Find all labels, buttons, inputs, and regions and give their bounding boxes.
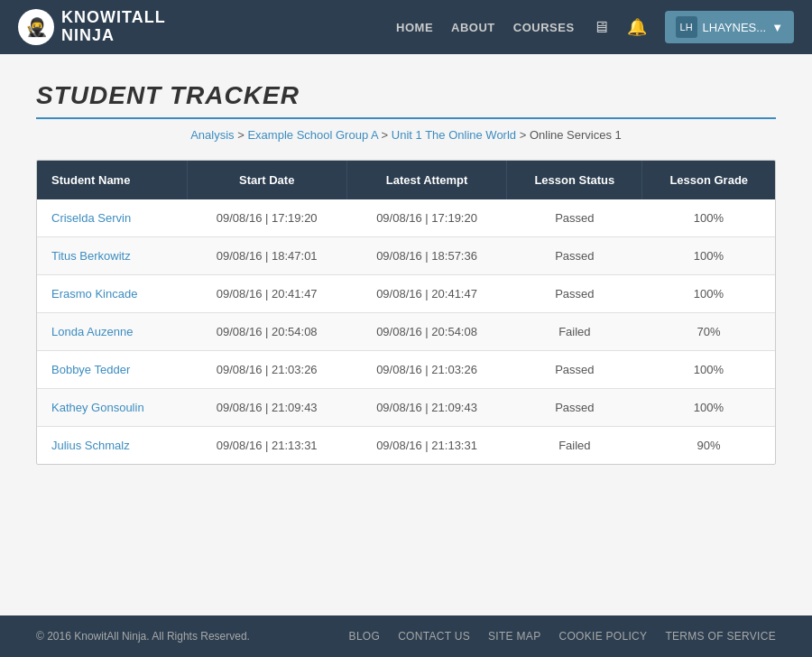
student-name-cell: Titus Berkowitz <box>37 237 187 275</box>
footer-copyright: © 2016 KnowitAll Ninja. All Rights Reser… <box>36 630 250 643</box>
chevron-down-icon: ▼ <box>771 21 783 34</box>
latest-attempt-cell: 09/08/16 | 20:41:47 <box>346 275 506 313</box>
student-name-link[interactable]: Titus Berkowitz <box>51 249 131 263</box>
student-name-link[interactable]: Bobbye Tedder <box>51 363 130 376</box>
monitor-icon: 🖥 <box>593 18 609 37</box>
footer-contact[interactable]: CONTACT US <box>398 630 470 643</box>
user-label: LHAYNES... <box>703 21 767 34</box>
footer-cookie[interactable]: COOKIE POLICY <box>558 630 647 643</box>
nav-home[interactable]: HOME <box>396 21 433 34</box>
footer: © 2016 KnowitAll Ninja. All Rights Reser… <box>0 615 812 657</box>
lesson-grade-cell: 100% <box>642 199 775 237</box>
start-date-cell: 09/08/16 | 21:13:31 <box>187 427 346 465</box>
start-date-cell: 09/08/16 | 17:19:20 <box>187 199 346 237</box>
start-date-cell: 09/08/16 | 18:47:01 <box>187 237 346 275</box>
student-name-cell: Kathey Gonsoulin <box>37 389 187 427</box>
footer-blog[interactable]: BLOG <box>349 630 381 643</box>
latest-attempt-cell: 09/08/16 | 21:03:26 <box>346 351 506 389</box>
footer-links: BLOG CONTACT US SITE MAP COOKIE POLICY T… <box>349 630 776 643</box>
navbar: 🥷 KNOWITALL NINJA HOME ABOUT COURSES 🖥 🔔… <box>0 0 812 54</box>
student-name-cell: Bobbye Tedder <box>37 351 187 389</box>
lesson-status-cell: Failed <box>507 427 642 465</box>
breadcrumb: Analysis > Example School Group A > Unit… <box>36 128 776 142</box>
latest-attempt-cell: 09/08/16 | 18:57:36 <box>346 237 506 275</box>
user-menu-button[interactable]: LH LHAYNES... ▼ <box>665 11 794 43</box>
student-name-cell: Criselda Servin <box>37 199 187 237</box>
nav-about[interactable]: ABOUT <box>451 21 495 34</box>
student-name-link[interactable]: Criselda Servin <box>51 211 131 225</box>
lesson-status-cell: Failed <box>507 313 642 351</box>
title-divider <box>36 117 776 119</box>
latest-attempt-cell: 09/08/16 | 21:09:43 <box>346 389 506 427</box>
student-name-link[interactable]: Londa Auzenne <box>51 325 133 338</box>
student-name-cell: Erasmo Kincade <box>37 275 187 313</box>
brand: 🥷 KNOWITALL NINJA <box>18 9 166 45</box>
table-header-row: Student Name Start Date Latest Attempt L… <box>37 161 775 199</box>
latest-attempt-cell: 09/08/16 | 20:54:08 <box>346 313 506 351</box>
lesson-grade-cell: 90% <box>642 427 775 465</box>
lesson-status-cell: Passed <box>507 275 642 313</box>
breadcrumb-sep-3: > <box>520 128 530 142</box>
student-name-cell: Julius Schmalz <box>37 427 187 465</box>
lesson-grade-cell: 100% <box>642 275 775 313</box>
lesson-status-cell: Passed <box>507 351 642 389</box>
latest-attempt-cell: 09/08/16 | 21:13:31 <box>346 427 506 465</box>
col-header-start-date: Start Date <box>187 161 346 199</box>
footer-terms[interactable]: TERMS OF SERVICE <box>665 630 776 643</box>
latest-attempt-cell: 09/08/16 | 17:19:20 <box>346 199 506 237</box>
table-row: Titus Berkowitz09/08/16 | 18:47:0109/08/… <box>37 237 775 275</box>
footer-sitemap[interactable]: SITE MAP <box>488 630 540 643</box>
breadcrumb-sep-2: > <box>382 128 392 142</box>
lesson-grade-cell: 100% <box>642 237 775 275</box>
student-name-link[interactable]: Julius Schmalz <box>51 439 130 452</box>
breadcrumb-unit[interactable]: Unit 1 The Online World <box>392 128 516 142</box>
student-name-cell: Londa Auzenne <box>37 313 187 351</box>
col-header-lesson-grade: Lesson Grade <box>642 161 775 199</box>
avatar: LH <box>676 16 697 38</box>
breadcrumb-sep-1: > <box>237 128 247 142</box>
lesson-grade-cell: 70% <box>642 313 775 351</box>
nav-links: HOME ABOUT COURSES 🖥 🔔 LH LHAYNES... ▼ <box>396 11 794 43</box>
student-name-link[interactable]: Kathey Gonsoulin <box>51 401 144 414</box>
student-name-link[interactable]: Erasmo Kincade <box>51 287 137 301</box>
breadcrumb-school-group[interactable]: Example School Group A <box>247 128 378 142</box>
student-table-container: Student Name Start Date Latest Attempt L… <box>36 160 776 465</box>
lesson-status-cell: Passed <box>507 199 642 237</box>
table-row: Londa Auzenne09/08/16 | 20:54:0809/08/16… <box>37 313 775 351</box>
col-header-latest-attempt: Latest Attempt <box>346 161 506 199</box>
lesson-grade-cell: 100% <box>642 389 775 427</box>
table-row: Criselda Servin09/08/16 | 17:19:2009/08/… <box>37 199 775 237</box>
table-row: Julius Schmalz09/08/16 | 21:13:3109/08/1… <box>37 427 775 465</box>
breadcrumb-current: Online Services 1 <box>530 128 622 142</box>
main-content: STUDENT TRACKER Analysis > Example Schoo… <box>0 54 812 615</box>
table-row: Kathey Gonsoulin09/08/16 | 21:09:4309/08… <box>37 389 775 427</box>
lesson-status-cell: Passed <box>507 237 642 275</box>
nav-courses[interactable]: COURSES <box>513 21 575 34</box>
table-row: Bobbye Tedder09/08/16 | 21:03:2609/08/16… <box>37 351 775 389</box>
start-date-cell: 09/08/16 | 21:09:43 <box>187 389 346 427</box>
col-header-student-name: Student Name <box>37 161 187 199</box>
bell-icon[interactable]: 🔔 <box>627 17 647 37</box>
logo-text: KNOWITALL NINJA <box>61 9 166 45</box>
start-date-cell: 09/08/16 | 20:54:08 <box>187 313 346 351</box>
breadcrumb-analysis[interactable]: Analysis <box>190 128 234 142</box>
start-date-cell: 09/08/16 | 21:03:26 <box>187 351 346 389</box>
start-date-cell: 09/08/16 | 20:41:47 <box>187 275 346 313</box>
lesson-status-cell: Passed <box>507 389 642 427</box>
logo-icon: 🥷 <box>18 9 54 45</box>
table-row: Erasmo Kincade09/08/16 | 20:41:4709/08/1… <box>37 275 775 313</box>
lesson-grade-cell: 100% <box>642 351 775 389</box>
student-table: Student Name Start Date Latest Attempt L… <box>37 161 775 464</box>
col-header-lesson-status: Lesson Status <box>507 161 642 199</box>
page-title: STUDENT TRACKER <box>36 81 776 110</box>
